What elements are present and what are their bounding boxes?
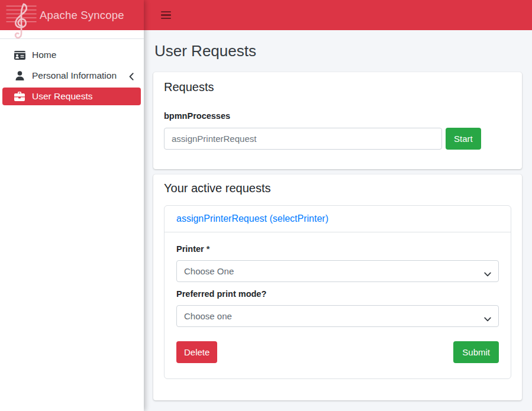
sidebar-item-user-requests[interactable]: User Requests [2,88,141,105]
submit-button[interactable]: Submit [453,341,499,363]
active-request-panel-header: assignPrinterRequest (selectPrinter) [165,206,511,232]
printer-label: Printer * [176,244,499,254]
requests-card-title: Requests [164,80,511,93]
active-requests-card: Your active requests assignPrinterReques… [153,174,522,400]
form-actions-row: Delete Submit [176,341,499,363]
sidebar-item-home[interactable]: Home [2,46,141,64]
bpmn-process-input-row: Start [164,128,511,150]
start-button[interactable]: Start [446,128,481,150]
user-icon [13,71,26,80]
active-request-form: Printer * Choose One [165,232,511,378]
sidebar-item-personal-information[interactable]: Personal Information [2,67,141,85]
app-window: Apache Syncope Home [0,0,532,411]
requests-card: Requests bpmnProcesses Start [153,72,522,169]
chevron-left-icon [129,72,134,83]
print-mode-label: Preferred print mode? [176,289,499,299]
sidebar: Apache Syncope Home [0,0,144,411]
briefcase-icon [13,92,26,101]
print-mode-select[interactable]: Choose one [176,305,499,327]
bpmn-processes-label: bpmnProcesses [164,111,511,121]
sidebar-item-label: User Requests [32,91,93,102]
active-requests-card-title: Your active requests [164,182,511,195]
delete-button[interactable]: Delete [176,341,217,363]
printer-select[interactable]: Choose One [176,260,499,282]
top-navbar [144,0,532,30]
id-card-icon [13,51,26,60]
required-mark: * [207,244,210,254]
brand-link[interactable]: Apache Syncope [0,0,144,30]
printer-select-wrap: Choose One [176,260,499,282]
active-request-link[interactable]: assignPrinterRequest (selectPrinter) [176,213,328,224]
sidebar-item-label: Personal Information [32,70,117,81]
print-mode-select-wrap: Choose one [176,305,499,327]
sidebar-item-label: Home [32,50,56,60]
active-request-panel: assignPrinterRequest (selectPrinter) Pri… [164,205,511,379]
bpmn-process-input[interactable] [164,128,442,150]
treble-clef-logo-icon [5,2,39,42]
main-column: User Requests Requests bpmnProcesses Sta… [144,0,532,411]
page-title: User Requests [154,43,522,59]
brand-title: Apache Syncope [40,9,124,22]
hamburger-icon[interactable] [159,9,173,22]
content-area: User Requests Requests bpmnProcesses Sta… [144,30,532,411]
printer-label-text: Printer [176,244,204,254]
sidebar-menu: Home Personal Information [0,39,144,105]
